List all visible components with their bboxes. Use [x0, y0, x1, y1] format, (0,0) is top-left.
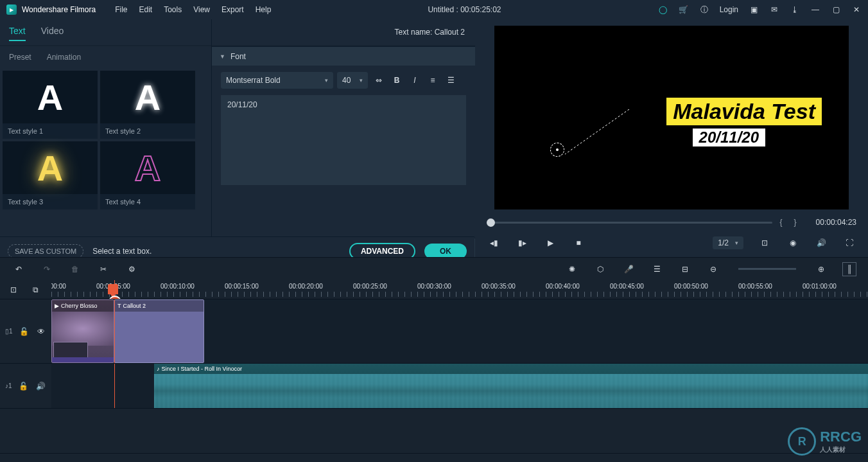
timeline-toolbar: ↶ ↷ 🗑 ✂ ⚙ ✺ ⬡ 🎤 ☰ ⊟ ⊖ ⊕ ║ — [0, 257, 868, 280]
voiceover-icon[interactable]: 🎤 — [621, 262, 636, 276]
ok-button[interactable]: OK — [424, 244, 467, 259]
content-row: Text Video Preset Animation A Text style… — [0, 19, 868, 257]
video-track-lane[interactable]: ▶Cherry Blosso TCallout 2 — [51, 299, 868, 363]
zoom-slider[interactable] — [738, 268, 796, 270]
chevron-down-icon: ▾ — [325, 77, 328, 84]
tab-video[interactable]: Video — [41, 26, 64, 41]
text-style-3-label: Text style 3 — [3, 194, 98, 209]
lock-icon[interactable]: 🔓 — [19, 379, 30, 393]
text-clip[interactable]: TCallout 2 — [114, 299, 204, 363]
menu-edit[interactable]: Edit — [139, 5, 153, 14]
mixer-icon[interactable]: ☰ — [650, 262, 664, 276]
play-button[interactable]: ▶ — [543, 236, 557, 250]
watermark-sub: 人人素材 — [820, 445, 862, 454]
text-input[interactable]: 20/11/20 — [221, 95, 466, 185]
letter-spacing-icon[interactable]: ⇔ — [372, 73, 386, 87]
playhead-marker-icon[interactable] — [108, 284, 118, 294]
font-controls-row: Montserrat Bold▾ 40▾ ⇔ B I ≡ ☰ — [221, 72, 466, 89]
stop-button[interactable]: ■ — [571, 236, 586, 250]
lock-icon[interactable]: 🔓 — [19, 324, 30, 339]
save-icon[interactable]: ▣ — [749, 5, 759, 14]
zoom-out-icon[interactable]: ⊖ — [706, 262, 720, 276]
bold-button[interactable]: B — [390, 73, 404, 87]
mail-icon[interactable]: ✉ — [769, 5, 779, 14]
text-style-4[interactable]: A Text style 4 — [100, 141, 195, 209]
align-justify-icon[interactable]: ☰ — [444, 73, 458, 87]
menu-view[interactable]: View — [193, 5, 210, 14]
undo-icon[interactable]: ↶ — [12, 262, 26, 276]
prev-frame-button[interactable]: ◂▮ — [487, 236, 501, 250]
scrub-slider[interactable] — [487, 222, 772, 224]
svg-line-0 — [565, 109, 629, 154]
text-clip-icon: T — [117, 303, 121, 309]
text-name-header: Text name: Callout 2 — [212, 19, 475, 46]
font-section-header[interactable]: ▼ Font — [212, 46, 475, 66]
text-style-2[interactable]: A Text style 2 — [100, 71, 195, 139]
fullscreen-icon[interactable]: ⛶ — [842, 236, 856, 250]
menu-tools[interactable]: Tools — [164, 5, 182, 14]
snap-icon[interactable]: ⊡ — [6, 283, 21, 297]
visibility-icon[interactable]: 👁 — [36, 324, 46, 339]
menu-help[interactable]: Help — [256, 5, 272, 14]
audio-track-lane[interactable]: ♪Since I Started - Roll In Vinocor — [51, 364, 868, 408]
info-icon[interactable]: ⓘ — [699, 4, 709, 15]
timeline-ruler[interactable]: ⊡ ⧉ 00:00:00:0000:00:05:0000:00:10:0000:… — [0, 280, 868, 299]
text-style-3[interactable]: A Text style 3 — [3, 141, 98, 209]
select-text-hint: Select a text box. — [92, 247, 340, 256]
font-size-select[interactable]: 40▾ — [337, 72, 368, 89]
headset-icon[interactable]: ◯ — [658, 5, 668, 14]
panel-tabs: Text Video — [0, 19, 211, 46]
main-menu: File Edit Tools View Export Help — [115, 5, 271, 14]
subtab-animation[interactable]: Animation — [47, 53, 81, 62]
braces-icon[interactable]: {} — [780, 218, 808, 227]
menu-file[interactable]: File — [115, 5, 127, 14]
link-icon[interactable]: ⧉ — [28, 283, 42, 297]
preview-panel: Malavida Test 20/11/20 {} 00:00:04:23 ◂▮… — [475, 19, 868, 257]
split-icon[interactable]: ✂ — [96, 262, 110, 276]
preview-zoom-value: 1/2 — [718, 238, 729, 247]
volume-icon[interactable]: 🔊 — [814, 236, 828, 250]
mute-icon[interactable]: 🔊 — [35, 379, 46, 393]
font-family-select[interactable]: Montserrat Bold▾ — [221, 72, 333, 89]
snapshot-icon[interactable]: ◉ — [786, 236, 800, 250]
audio-clip[interactable]: ♪Since I Started - Roll In Vinocor — [154, 364, 868, 408]
next-frame-button[interactable]: ▮▸ — [515, 236, 529, 250]
audio-track-header: ♪1 🔓 🔊 — [0, 364, 51, 408]
app-name: Wondershare Filmora — [22, 5, 96, 14]
menu-export[interactable]: Export — [221, 5, 244, 14]
maximize-icon[interactable]: ▢ — [831, 5, 841, 14]
minimize-icon[interactable]: — — [810, 5, 820, 14]
font-section-label: Font — [230, 52, 246, 61]
close-icon[interactable]: ✕ — [851, 5, 862, 14]
text-style-1[interactable]: A Text style 1 — [3, 71, 98, 139]
text-style-1-label: Text style 1 — [3, 123, 98, 139]
redo-icon[interactable]: ↷ — [40, 262, 54, 276]
login-button[interactable]: Login — [720, 5, 738, 14]
zoom-fit-icon[interactable]: ║ — [842, 262, 856, 276]
tab-text[interactable]: Text — [9, 26, 26, 41]
download-icon[interactable]: ⭳ — [790, 5, 800, 14]
preview-viewport[interactable]: Malavida Test 20/11/20 — [494, 26, 849, 209]
adjust-icon[interactable]: ⚙ — [125, 262, 139, 276]
display-icon[interactable]: ⊡ — [758, 236, 772, 250]
video-track-1: ▯1 🔓 👁 ▶Cherry Blosso TCallout 2 — [0, 299, 868, 364]
project-title: Untitled : 00:05:25:02 — [271, 5, 657, 14]
subtab-preset[interactable]: Preset — [9, 53, 31, 62]
delete-icon[interactable]: 🗑 — [68, 262, 82, 276]
preview-zoom-select[interactable]: 1/2▾ — [713, 236, 743, 249]
save-as-custom-button[interactable]: SAVE AS CUSTOM — [8, 244, 83, 258]
align-left-icon[interactable]: ≡ — [426, 73, 440, 87]
track-label: ▯1 — [5, 328, 13, 335]
zoom-in-icon[interactable]: ⊕ — [814, 262, 828, 276]
marker-icon[interactable]: ⬡ — [593, 262, 607, 276]
render-icon[interactable]: ✺ — [565, 262, 579, 276]
timeline: ⊡ ⧉ 00:00:00:0000:00:05:0000:00:10:0000:… — [0, 280, 868, 462]
watermark: R RRCG 人人素材 — [788, 427, 862, 456]
cart-icon[interactable]: 🛒 — [679, 5, 689, 14]
text-styles-grid: A Text style 1 A Text style 2 A Text sty… — [0, 68, 211, 212]
video-clip[interactable]: ▶Cherry Blosso — [51, 299, 114, 363]
callout-anchor-icon[interactable] — [550, 143, 564, 157]
italic-button[interactable]: I — [408, 73, 422, 87]
text-name-label: Text name: Callout 2 — [395, 28, 465, 37]
tracks-icon[interactable]: ⊟ — [678, 262, 692, 276]
